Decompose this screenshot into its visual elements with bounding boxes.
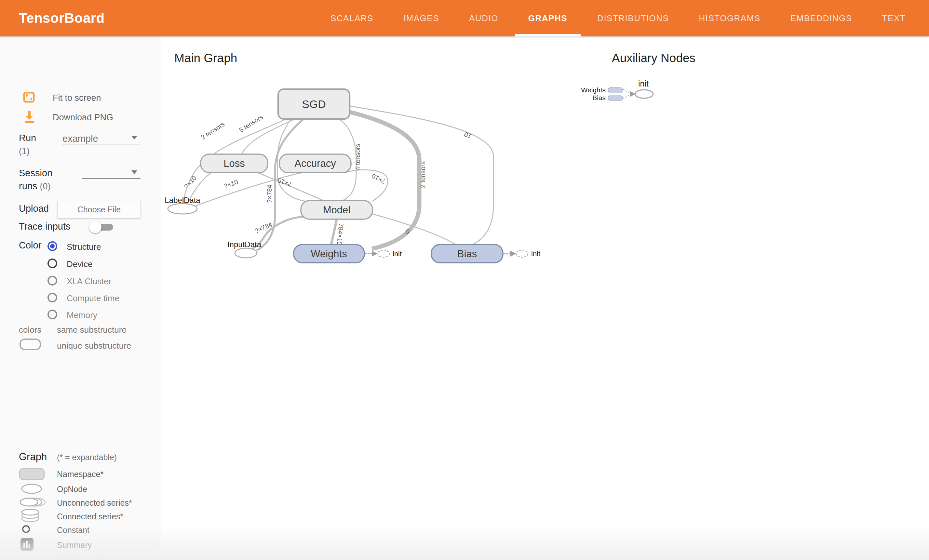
choose-file-button[interactable]: Choose File	[57, 200, 141, 219]
radio-compute-time[interactable]	[48, 293, 57, 303]
radio-xla-cluster-label[interactable]: XLA Cluster	[67, 277, 111, 286]
tab-scalars[interactable]: SCALARS	[331, 0, 373, 37]
tab-histograms[interactable]: HISTOGRAMS	[699, 0, 760, 37]
tab-images[interactable]: IMAGES	[403, 0, 439, 37]
aux-bias-label: Bias	[592, 94, 606, 101]
legend-item-summary: Summary	[57, 540, 92, 550]
node-model[interactable]: Model	[301, 200, 373, 219]
legend-item-unconnected-series: Unconnected series*	[57, 498, 132, 508]
svg-text:?×10: ?×10	[183, 174, 198, 190]
unconnected-series-icon	[19, 497, 48, 507]
edge-model-bias	[373, 214, 456, 245]
tab-audio[interactable]: AUDIO	[469, 0, 498, 37]
svg-text:4 tensors: 4 tensors	[354, 144, 362, 170]
tab-graphs[interactable]: GRAPHS	[528, 0, 567, 37]
opnode-icon	[21, 483, 42, 494]
radio-device[interactable]	[48, 259, 57, 268]
edge-model-accuracy	[346, 170, 388, 201]
legend-title: Graph	[19, 451, 47, 463]
tab-embeddings[interactable]: EMBEDDINGS	[790, 0, 852, 37]
node-bias[interactable]: Bias	[431, 245, 503, 263]
svg-text:Model: Model	[323, 204, 350, 216]
svg-text:10: 10	[463, 131, 472, 140]
aux-weights-node[interactable]	[608, 87, 622, 93]
run-select[interactable]: example	[63, 133, 98, 144]
legend-item-dataflow-edge: Dataflow edge	[57, 556, 109, 560]
svg-text:init: init	[392, 250, 402, 258]
session-runs-caret-icon[interactable]	[132, 170, 137, 174]
connected-series-icon	[21, 509, 40, 522]
download-png-button[interactable]: Download PNG	[53, 113, 113, 122]
aux-init-label: init	[638, 79, 648, 88]
init-bias-arrowhead-icon	[510, 251, 516, 257]
auxiliary-nodes-canvas[interactable]: Weights Bias init	[582, 78, 725, 120]
session-runs-label-2: runs (0)	[19, 181, 51, 191]
edge-labeldata-accuracy	[196, 172, 306, 206]
svg-text:?×784: ?×784	[254, 221, 273, 235]
svg-text:LabelData: LabelData	[165, 196, 200, 205]
run-caret-icon[interactable]	[132, 136, 137, 139]
svg-text:?×10: ?×10	[223, 178, 239, 190]
tab-distributions[interactable]: DISTRIBUTIONS	[597, 0, 669, 37]
svg-text:2 tensors: 2 tensors	[199, 120, 226, 141]
legend-subtitle: (* = expandable)	[57, 453, 117, 462]
sidebar: Fit to screen Download PNG Run example (…	[0, 37, 161, 560]
edge-inputdata-model	[252, 217, 316, 249]
radio-structure-label[interactable]: Structure	[67, 242, 101, 252]
top-nav: TensorBoard SCALARS IMAGES AUDIO GRAPHS …	[0, 0, 929, 37]
session-runs-select[interactable]	[82, 178, 141, 179]
unique-substructure-swatch	[20, 338, 41, 350]
trace-inputs-label: Trace inputs	[19, 221, 71, 232]
fit-to-screen-icon	[23, 91, 35, 103]
graph-edge-labels: 2 tensors 5 tensors ?×784 4 tensors 2 te…	[183, 113, 473, 246]
radio-xla-cluster[interactable]	[48, 276, 57, 286]
colors-label: colors	[19, 325, 41, 335]
download-icon	[24, 110, 35, 124]
aux-weights-label: Weights	[581, 86, 606, 94]
edge-model-weights	[331, 219, 337, 245]
trace-inputs-toggle-knob[interactable]	[89, 221, 101, 233]
svg-text:784×10: 784×10	[336, 223, 345, 246]
tensorboard-app: TensorBoard SCALARS IMAGES AUDIO GRAPHS …	[0, 0, 929, 560]
session-runs-count: (0)	[40, 182, 51, 191]
svg-text:Accuracy: Accuracy	[294, 158, 336, 169]
node-sgd[interactable]: SGD	[278, 89, 350, 119]
radio-structure[interactable]	[48, 241, 57, 251]
aux-init-node[interactable]	[635, 90, 653, 98]
svg-text:Loss: Loss	[224, 158, 245, 169]
color-section-label: Color	[19, 240, 41, 251]
fit-to-screen-button[interactable]: Fit to screen	[53, 93, 101, 103]
node-accuracy[interactable]: Accuracy	[279, 154, 351, 173]
radio-compute-time-label[interactable]: Compute time	[67, 293, 120, 303]
node-init-bias[interactable]: init	[504, 250, 540, 258]
nav-tabs: SCALARS IMAGES AUDIO GRAPHS DISTRIBUTION…	[331, 0, 906, 37]
legend-item-opnode: OpNode	[57, 485, 87, 494]
graph-nodes: SGD Loss Accuracy Model Weights Bias	[165, 89, 540, 263]
summary-icon	[20, 537, 34, 551]
run-count: (1)	[19, 146, 30, 156]
radio-device-label[interactable]: Device	[67, 259, 92, 269]
node-loss[interactable]: Loss	[201, 154, 268, 173]
constant-icon	[21, 525, 31, 534]
run-label: Run	[19, 133, 36, 144]
svg-text:?×10: ?×10	[276, 177, 293, 188]
init-weights-arrowhead-icon	[372, 251, 378, 257]
svg-text:Bias: Bias	[457, 248, 477, 260]
aux-weights-init-edge	[623, 89, 630, 93]
svg-text:init: init	[531, 250, 540, 258]
same-substructure-label: same substructure	[57, 325, 127, 335]
svg-text:Weights: Weights	[311, 248, 347, 260]
unique-substructure-label: unique substructure	[57, 341, 131, 351]
node-labeldata[interactable]: LabelData	[165, 196, 200, 214]
upload-label: Upload	[19, 203, 49, 214]
node-weights[interactable]: Weights	[294, 245, 364, 263]
aux-bias-node[interactable]	[608, 95, 622, 101]
radio-memory-label[interactable]: Memory	[67, 310, 97, 320]
dataflow-edge-icon	[19, 557, 45, 560]
svg-text:InputData: InputData	[227, 240, 262, 249]
tab-text[interactable]: TEXT	[882, 0, 906, 37]
session-runs-label-1: Session	[19, 168, 52, 179]
node-init-weights[interactable]: init	[366, 250, 402, 258]
node-inputdata[interactable]: InputData	[227, 240, 262, 258]
radio-memory[interactable]	[48, 310, 57, 319]
